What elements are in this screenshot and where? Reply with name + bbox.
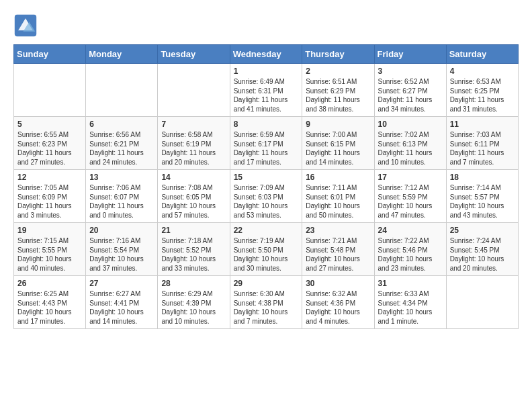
- calendar-cell: 31Sunrise: 6:33 AM Sunset: 4:34 PM Dayli…: [374, 276, 446, 329]
- day-header-monday: Monday: [86, 45, 158, 64]
- day-header-tuesday: Tuesday: [158, 45, 230, 64]
- day-info: Sunrise: 7:11 AM Sunset: 6:01 PM Dayligh…: [306, 183, 370, 220]
- day-number: 2: [306, 66, 370, 76]
- day-number: 23: [306, 226, 370, 235]
- day-number: 18: [450, 173, 515, 182]
- calendar-cell: 27Sunrise: 6:27 AM Sunset: 4:41 PM Dayli…: [86, 276, 158, 329]
- day-info: Sunrise: 7:05 AM Sunset: 6:09 PM Dayligh…: [17, 183, 82, 220]
- day-info: Sunrise: 6:49 AM Sunset: 6:31 PM Dayligh…: [234, 77, 299, 113]
- calendar-table: SundayMondayTuesdayWednesdayThursdayFrid…: [13, 44, 519, 329]
- calendar-header-row: SundayMondayTuesdayWednesdayThursdayFrid…: [14, 45, 519, 64]
- day-info: Sunrise: 6:30 AM Sunset: 4:38 PM Dayligh…: [234, 289, 299, 326]
- day-number: 10: [378, 120, 443, 129]
- day-number: 13: [89, 173, 154, 182]
- day-header-wednesday: Wednesday: [230, 45, 302, 64]
- day-number: 6: [89, 120, 154, 129]
- calendar-cell: 5Sunrise: 6:55 AM Sunset: 6:23 PM Daylig…: [14, 117, 86, 170]
- day-info: Sunrise: 7:16 AM Sunset: 5:54 PM Dayligh…: [89, 236, 154, 273]
- calendar-cell: [86, 64, 158, 117]
- day-info: Sunrise: 6:29 AM Sunset: 4:39 PM Dayligh…: [161, 289, 226, 326]
- day-info: Sunrise: 6:53 AM Sunset: 6:25 PM Dayligh…: [450, 77, 515, 113]
- day-info: Sunrise: 7:19 AM Sunset: 5:50 PM Dayligh…: [234, 236, 299, 273]
- day-info: Sunrise: 6:27 AM Sunset: 4:41 PM Dayligh…: [89, 289, 154, 326]
- calendar-cell: 2Sunrise: 6:51 AM Sunset: 6:29 PM Daylig…: [302, 64, 374, 117]
- page-header: [13, 13, 519, 38]
- day-header-sunday: Sunday: [14, 45, 86, 64]
- calendar-cell: 16Sunrise: 7:11 AM Sunset: 6:01 PM Dayli…: [302, 170, 374, 223]
- calendar-cell: 26Sunrise: 6:25 AM Sunset: 4:43 PM Dayli…: [14, 276, 86, 329]
- day-number: 20: [89, 226, 154, 235]
- calendar-cell: 25Sunrise: 7:24 AM Sunset: 5:45 PM Dayli…: [446, 223, 518, 276]
- day-info: Sunrise: 6:56 AM Sunset: 6:21 PM Dayligh…: [89, 130, 154, 167]
- day-info: Sunrise: 7:14 AM Sunset: 5:57 PM Dayligh…: [450, 183, 515, 220]
- day-info: Sunrise: 7:22 AM Sunset: 5:46 PM Dayligh…: [378, 236, 443, 273]
- day-header-saturday: Saturday: [446, 45, 518, 64]
- day-info: Sunrise: 7:00 AM Sunset: 6:15 PM Dayligh…: [306, 130, 370, 167]
- day-info: Sunrise: 6:32 AM Sunset: 4:36 PM Dayligh…: [306, 289, 370, 326]
- day-number: 31: [378, 279, 443, 288]
- day-info: Sunrise: 7:09 AM Sunset: 6:03 PM Dayligh…: [234, 183, 299, 220]
- calendar-week-row: 1Sunrise: 6:49 AM Sunset: 6:31 PM Daylig…: [14, 64, 519, 117]
- day-number: 29: [234, 279, 299, 288]
- logo-icon: [13, 13, 38, 38]
- calendar-cell: 3Sunrise: 6:52 AM Sunset: 6:27 PM Daylig…: [374, 64, 446, 117]
- day-number: 24: [378, 226, 443, 235]
- day-info: Sunrise: 7:03 AM Sunset: 6:11 PM Dayligh…: [450, 130, 515, 167]
- calendar-cell: 19Sunrise: 7:15 AM Sunset: 5:55 PM Dayli…: [14, 223, 86, 276]
- calendar-cell: 29Sunrise: 6:30 AM Sunset: 4:38 PM Dayli…: [230, 276, 302, 329]
- day-number: 7: [161, 120, 226, 129]
- calendar-week-row: 26Sunrise: 6:25 AM Sunset: 4:43 PM Dayli…: [14, 276, 519, 329]
- day-info: Sunrise: 7:18 AM Sunset: 5:52 PM Dayligh…: [161, 236, 226, 273]
- calendar-cell: 6Sunrise: 6:56 AM Sunset: 6:21 PM Daylig…: [86, 117, 158, 170]
- day-info: Sunrise: 7:21 AM Sunset: 5:48 PM Dayligh…: [306, 236, 370, 273]
- calendar-cell: 24Sunrise: 7:22 AM Sunset: 5:46 PM Dayli…: [374, 223, 446, 276]
- calendar-cell: 15Sunrise: 7:09 AM Sunset: 6:03 PM Dayli…: [230, 170, 302, 223]
- day-number: 28: [161, 279, 226, 288]
- day-number: 11: [450, 120, 515, 129]
- calendar-week-row: 19Sunrise: 7:15 AM Sunset: 5:55 PM Dayli…: [14, 223, 519, 276]
- day-header-thursday: Thursday: [302, 45, 374, 64]
- day-number: 3: [378, 66, 443, 76]
- day-info: Sunrise: 7:12 AM Sunset: 5:59 PM Dayligh…: [378, 183, 443, 220]
- calendar-cell: 22Sunrise: 7:19 AM Sunset: 5:50 PM Dayli…: [230, 223, 302, 276]
- calendar-week-row: 5Sunrise: 6:55 AM Sunset: 6:23 PM Daylig…: [14, 117, 519, 170]
- calendar-cell: 30Sunrise: 6:32 AM Sunset: 4:36 PM Dayli…: [302, 276, 374, 329]
- day-number: 17: [378, 173, 443, 182]
- calendar-cell: 13Sunrise: 7:06 AM Sunset: 6:07 PM Dayli…: [86, 170, 158, 223]
- day-number: 8: [234, 120, 299, 129]
- day-number: 14: [161, 173, 226, 182]
- day-number: 26: [17, 279, 82, 288]
- day-header-friday: Friday: [374, 45, 446, 64]
- calendar-cell: [158, 64, 230, 117]
- day-number: 4: [450, 66, 515, 76]
- calendar-cell: 28Sunrise: 6:29 AM Sunset: 4:39 PM Dayli…: [158, 276, 230, 329]
- day-number: 22: [234, 226, 299, 235]
- calendar-week-row: 12Sunrise: 7:05 AM Sunset: 6:09 PM Dayli…: [14, 170, 519, 223]
- day-info: Sunrise: 6:51 AM Sunset: 6:29 PM Dayligh…: [306, 77, 370, 113]
- day-number: 25: [450, 226, 515, 235]
- calendar-cell: 18Sunrise: 7:14 AM Sunset: 5:57 PM Dayli…: [446, 170, 518, 223]
- day-info: Sunrise: 7:24 AM Sunset: 5:45 PM Dayligh…: [450, 236, 515, 273]
- day-info: Sunrise: 7:06 AM Sunset: 6:07 PM Dayligh…: [89, 183, 154, 220]
- day-number: 27: [89, 279, 154, 288]
- calendar-cell: 7Sunrise: 6:58 AM Sunset: 6:19 PM Daylig…: [158, 117, 230, 170]
- day-number: 9: [306, 120, 370, 129]
- day-info: Sunrise: 7:02 AM Sunset: 6:13 PM Dayligh…: [378, 130, 443, 167]
- calendar-cell: 8Sunrise: 6:59 AM Sunset: 6:17 PM Daylig…: [230, 117, 302, 170]
- calendar-cell: 4Sunrise: 6:53 AM Sunset: 6:25 PM Daylig…: [446, 64, 518, 117]
- calendar-cell: [14, 64, 86, 117]
- calendar-cell: 23Sunrise: 7:21 AM Sunset: 5:48 PM Dayli…: [302, 223, 374, 276]
- calendar-cell: 21Sunrise: 7:18 AM Sunset: 5:52 PM Dayli…: [158, 223, 230, 276]
- calendar-cell: 17Sunrise: 7:12 AM Sunset: 5:59 PM Dayli…: [374, 170, 446, 223]
- day-info: Sunrise: 7:08 AM Sunset: 6:05 PM Dayligh…: [161, 183, 226, 220]
- day-info: Sunrise: 6:33 AM Sunset: 4:34 PM Dayligh…: [378, 289, 443, 326]
- calendar-cell: [446, 276, 518, 329]
- calendar-cell: 12Sunrise: 7:05 AM Sunset: 6:09 PM Dayli…: [14, 170, 86, 223]
- day-number: 19: [17, 226, 82, 235]
- calendar-cell: 11Sunrise: 7:03 AM Sunset: 6:11 PM Dayli…: [446, 117, 518, 170]
- logo: [13, 13, 40, 38]
- calendar-cell: 14Sunrise: 7:08 AM Sunset: 6:05 PM Dayli…: [158, 170, 230, 223]
- day-number: 5: [17, 120, 82, 129]
- day-info: Sunrise: 6:55 AM Sunset: 6:23 PM Dayligh…: [17, 130, 82, 167]
- day-info: Sunrise: 7:15 AM Sunset: 5:55 PM Dayligh…: [17, 236, 82, 273]
